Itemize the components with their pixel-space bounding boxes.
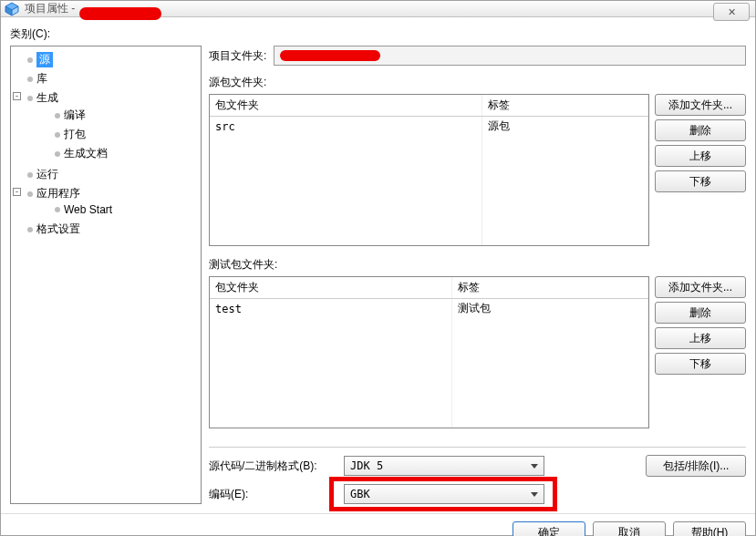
bullet-icon (27, 172, 33, 178)
redaction-mark-icon (280, 50, 380, 61)
bullet-icon (27, 77, 33, 82)
table-row[interactable]: test 测试包 (210, 299, 648, 319)
titlebar: 项目属性 - ✕ (1, 1, 755, 17)
expander-icon[interactable]: - (13, 92, 21, 100)
move-down-button[interactable]: 下移 (655, 170, 746, 192)
bullet-icon (55, 207, 60, 212)
move-down-button[interactable]: 下移 (655, 353, 746, 375)
bullet-icon (27, 96, 33, 101)
tree-node-lib[interactable]: 库 (36, 71, 47, 87)
move-up-button[interactable]: 上移 (655, 327, 746, 349)
bullet-icon (27, 227, 33, 232)
source-pkg-label: 源包文件夹: (209, 75, 746, 90)
add-folder-button[interactable]: 添加文件夹... (655, 276, 746, 298)
tree-node-builddoc[interactable]: 生成文档 (64, 146, 108, 161)
bullet-icon (55, 132, 60, 138)
encoding-label: 编码(E): (209, 487, 337, 502)
tree-node-source[interactable]: 源 (36, 52, 53, 67)
cell-label: 测试包 (451, 299, 647, 319)
bullet-icon (55, 151, 60, 157)
bullet-icon (27, 57, 33, 63)
bullet-icon (27, 191, 33, 197)
close-button[interactable]: ✕ (713, 3, 750, 21)
move-up-button[interactable]: 上移 (655, 145, 746, 167)
source-folders-table[interactable]: 包文件夹 标签 src 源包 (209, 94, 649, 246)
project-folder-field (274, 46, 746, 66)
chevron-down-icon (531, 464, 538, 469)
col-folder[interactable]: 包文件夹 (210, 95, 482, 117)
right-pane: 项目文件夹: 源包文件夹: 包文件夹 标签 (209, 46, 746, 504)
table-row[interactable]: src 源包 (210, 117, 648, 137)
expander-icon[interactable]: - (13, 188, 21, 196)
window-title: 项目属性 - (25, 1, 75, 16)
tree-node-compile[interactable]: 编译 (64, 108, 86, 123)
project-properties-dialog: 项目属性 - ✕ 类别(C): 源 库 (0, 0, 756, 536)
close-icon: ✕ (728, 6, 736, 17)
remove-button[interactable]: 删除 (655, 302, 746, 324)
src-bin-format-label: 源代码/二进制格式(B): (209, 459, 337, 474)
tree-node-pack[interactable]: 打包 (64, 127, 86, 142)
tree-node-build[interactable]: 生成 (36, 90, 58, 106)
ok-button[interactable]: 确定 (513, 521, 585, 536)
tree-node-webstart[interactable]: Web Start (64, 203, 112, 216)
remove-button[interactable]: 删除 (655, 119, 746, 141)
add-folder-button[interactable]: 添加文件夹... (655, 94, 746, 116)
jdk-format-combo[interactable]: JDK 5 (344, 456, 544, 476)
category-label: 类别(C): (10, 26, 746, 42)
help-button[interactable]: 帮助(H) (673, 521, 746, 536)
combo-value: JDK 5 (350, 459, 383, 472)
cell-folder: test (210, 299, 451, 319)
encoding-combo[interactable]: GBK (344, 484, 544, 504)
col-label[interactable]: 标签 (482, 95, 647, 117)
tree-node-app[interactable]: 应用程序 (36, 186, 80, 201)
divider (209, 447, 746, 448)
dialog-body: 类别(C): 源 库 - (1, 17, 755, 513)
dialog-footer: 确定 取消 帮助(H) (1, 513, 755, 536)
include-exclude-button[interactable]: 包括/排除(I)... (646, 455, 746, 477)
cell-folder: src (210, 117, 482, 137)
col-label[interactable]: 标签 (451, 277, 647, 299)
app-cube-icon (5, 2, 19, 16)
chevron-down-icon (531, 492, 538, 497)
col-folder[interactable]: 包文件夹 (210, 277, 451, 299)
category-tree[interactable]: 源 库 - 生成 编译 (10, 46, 202, 504)
bullet-icon (55, 113, 60, 119)
cancel-button[interactable]: 取消 (593, 521, 666, 536)
tree-node-run[interactable]: 运行 (36, 167, 58, 182)
combo-value: GBK (350, 488, 370, 500)
project-folder-label: 项目文件夹: (209, 48, 266, 64)
cell-label: 源包 (482, 117, 647, 137)
redaction-mark-icon (79, 7, 161, 20)
test-folders-table[interactable]: 包文件夹 标签 test 测试包 (209, 276, 649, 428)
test-pkg-label: 测试包文件夹: (209, 257, 746, 273)
tree-node-format[interactable]: 格式设置 (36, 222, 80, 237)
